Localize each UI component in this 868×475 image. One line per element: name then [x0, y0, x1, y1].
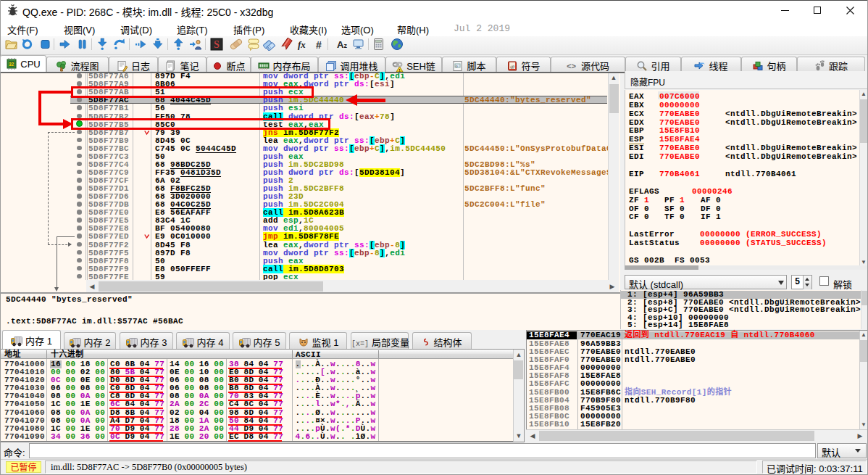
- svg-text:32: 32: [9, 62, 14, 67]
- svg-text:@: @: [510, 64, 515, 70]
- svg-text:!: !: [399, 68, 401, 73]
- svg-text:S: S: [214, 39, 220, 50]
- svg-text:o: o: [456, 64, 458, 69]
- svg-text:<>: <>: [567, 62, 577, 71]
